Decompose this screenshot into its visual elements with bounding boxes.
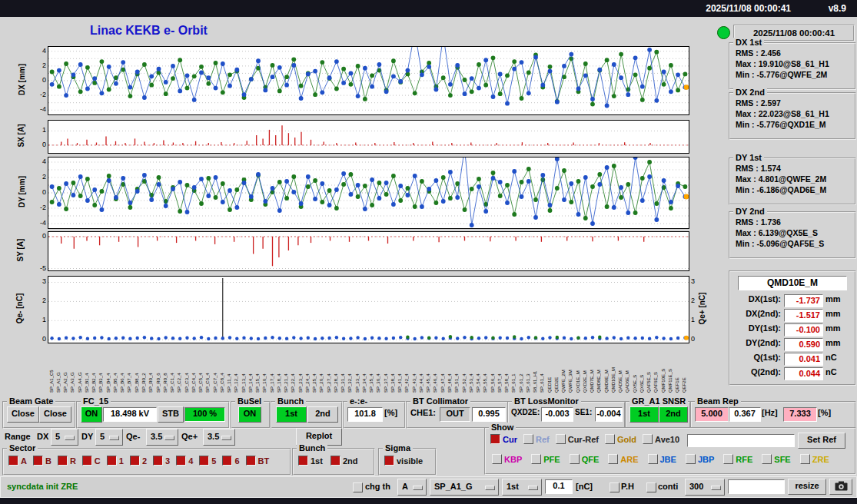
aux-entry[interactable] [728,479,785,494]
sector-checkbox[interactable] [107,456,117,466]
show-row2: KBPPFEQFEAREJBEJBPRFESFEZRE [492,454,829,464]
show-checkbox[interactable] [608,454,618,464]
bunch-1st-button[interactable]: 1st [276,406,307,423]
sector-c[interactable]: C [82,456,101,466]
qe-plot-canvas [48,277,689,343]
sector-5[interactable]: 5 [199,456,216,466]
sector-4[interactable]: 4 [176,456,193,466]
sector-checkbox[interactable] [33,456,43,466]
bunch-filter-1st[interactable]: 1st [298,456,323,466]
show-checkbox[interactable] [643,434,653,444]
show-pfe[interactable]: PFE [531,454,560,464]
beam-gate-close-1-button[interactable]: Close [7,406,39,423]
plot-sx-canvas [48,121,689,153]
bpm-name-label: SP_C8_4 [220,345,225,393]
range-qem-select[interactable]: 3.5 [146,429,178,446]
show-ave10[interactable]: Ave10 [643,434,679,444]
show-checkbox[interactable] [570,454,580,464]
range-dy-value: 5 [96,429,105,443]
sector-bt[interactable]: BT [246,456,270,466]
show-checkbox[interactable] [723,454,733,464]
show-cur-ref[interactable]: Cur-Ref [556,434,599,444]
bunch-filter-2nd[interactable]: 2nd [331,456,358,466]
stat-rms: RMS : 1.736 [736,217,781,227]
sector-3[interactable]: 3 [153,456,170,466]
gr-snsr-1st-button[interactable]: 1st [629,406,659,423]
sector-checkbox[interactable] [246,456,256,466]
ee-ratio-title: e-:e- [347,396,370,406]
show-checkbox[interactable] [800,454,810,464]
fc15-stb-button[interactable]: STB [158,406,184,423]
show-checkbox[interactable] [686,454,696,464]
sigma-visible[interactable]: visible [384,456,423,466]
bunch-filter-checkbox[interactable] [331,456,340,466]
show-checkbox[interactable] [523,434,533,444]
sector-checkbox[interactable] [153,456,163,466]
show-jbe[interactable]: JBE [648,454,676,464]
threshold-value[interactable]: 0.1 [545,479,573,494]
interval-select[interactable]: 300 [685,479,725,496]
show-checkbox[interactable] [490,434,500,444]
show-label: ZRE [812,455,829,464]
bpm-name-label: QMD9E_M [604,345,610,393]
show-rfe[interactable]: RFE [723,454,752,464]
gr-snsr-2nd-button[interactable]: 2nd [659,406,688,423]
show-are[interactable]: ARE [608,454,638,464]
ref-entry[interactable] [687,434,795,447]
chg-th-checkbox[interactable] [353,482,363,492]
show-checkbox[interactable] [492,454,502,464]
sigma-checkbox[interactable] [384,456,394,466]
show-kbp[interactable]: KBP [492,454,522,464]
range-qep-select[interactable]: 3.5 [203,429,235,446]
show-jbp[interactable]: JBP [686,454,714,464]
show-checkbox[interactable] [531,454,541,464]
sector-2[interactable]: 2 [130,456,147,466]
conti-checkbox[interactable] [646,482,656,492]
bunch-filter-checkbox[interactable] [298,456,308,466]
bpm-name-label: SP_45_4 [426,345,431,393]
show-ref[interactable]: Ref [523,434,550,444]
bunch-select[interactable]: 1st [502,479,542,496]
sector-r[interactable]: R [58,456,76,466]
sector-a[interactable]: A [8,456,27,466]
range-dy-select[interactable]: 5 [95,429,123,446]
ph-checkbox[interactable] [610,482,619,492]
sector-checkbox[interactable] [176,456,186,466]
sector-checkbox[interactable] [199,456,209,466]
screenshot-button[interactable] [829,479,852,495]
sector-6[interactable]: 6 [222,456,239,466]
busel-on-button[interactable]: ON [238,406,261,423]
show-title: Show [489,423,516,433]
sector-b[interactable]: B [33,456,51,466]
bunch-2nd-button[interactable]: 2nd [307,406,338,423]
range-dx-select[interactable]: 5 [51,429,78,446]
sector-checkbox[interactable] [8,456,18,466]
bpm-select[interactable]: SP_A1_G [430,479,499,496]
show-qfe[interactable]: QFE [570,454,600,464]
qmd-row-unit: mm [825,309,841,318]
set-ref-button[interactable]: Set Ref [798,433,845,449]
beam-gate-close-2-button[interactable]: Close [39,406,71,423]
bpm-name-label: QAF5E_S [646,345,652,393]
sector-checkbox[interactable] [58,456,68,466]
show-checkbox[interactable] [605,434,615,444]
show-zre[interactable]: ZRE [800,454,829,464]
bpm-name-label: SP_C2_4 [177,345,182,393]
show-cur[interactable]: Cur [490,434,517,444]
sector-checkbox[interactable] [222,456,232,466]
axis-tick: 0 [32,232,46,240]
show-checkbox[interactable] [556,434,566,444]
sector-checkbox[interactable] [82,456,92,466]
sector-checkbox[interactable] [130,456,140,466]
sigma-group: Sigma visible [378,448,437,476]
sector-select[interactable]: A [397,479,427,496]
fc15-on-button[interactable]: ON [81,406,102,423]
show-checkbox[interactable] [762,454,772,464]
bpm-name-label: SP_34_4 [362,345,367,393]
sector-1[interactable]: 1 [107,456,124,466]
show-checkbox[interactable] [648,454,658,464]
show-label: Cur [503,435,517,444]
show-gold[interactable]: Gold [605,434,636,444]
resize-button[interactable]: resize [788,479,826,495]
show-sfe[interactable]: SFE [762,454,790,464]
